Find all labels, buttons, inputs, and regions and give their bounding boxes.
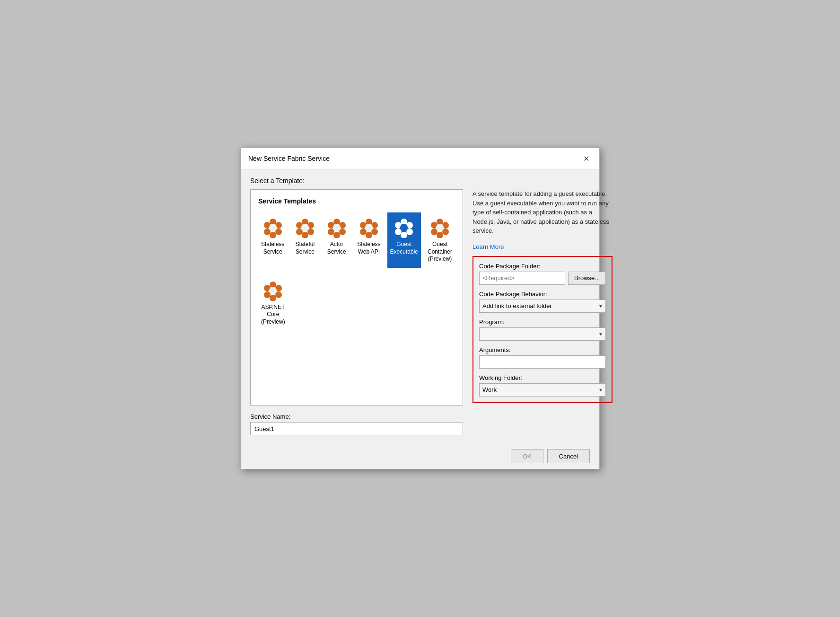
- footer: OK Cancel: [241, 443, 599, 469]
- learn-more-link[interactable]: Learn More: [472, 243, 612, 250]
- svg-point-48: [269, 287, 277, 294]
- program-field: Program:: [479, 318, 606, 341]
- left-panel: Service Templates: [250, 189, 463, 435]
- arguments-field: Arguments:: [479, 346, 606, 369]
- stateful-icon: [295, 217, 315, 238]
- working-folder-label: Working Folder:: [479, 374, 606, 381]
- stateless-icon: [262, 217, 283, 238]
- svg-point-10: [302, 232, 308, 238]
- svg-point-41: [436, 224, 444, 231]
- template-box: Service Templates: [250, 189, 463, 405]
- actor-icon: [326, 217, 347, 238]
- svg-point-27: [365, 224, 373, 231]
- title-bar: New Service Fabric Service ✕: [241, 148, 599, 169]
- service-name-input[interactable]: [250, 422, 463, 435]
- code-package-behavior-label: Code Package Behavior:: [479, 291, 606, 298]
- code-package-folder-input[interactable]: [479, 272, 565, 285]
- program-wrapper: [479, 327, 606, 341]
- svg-point-17: [333, 232, 340, 238]
- code-package-folder-label: Code Package Folder:: [479, 263, 606, 270]
- svg-point-25: [360, 229, 367, 235]
- dialog-title: New Service Fabric Service: [248, 155, 330, 162]
- aspnet-icon: [262, 280, 283, 301]
- cancel-button[interactable]: Cancel: [547, 449, 590, 463]
- service-templates-title: Service Templates: [258, 197, 455, 205]
- svg-point-20: [333, 224, 341, 231]
- template-grid-row1: StatelessService: [258, 212, 455, 268]
- template-item-aspnet[interactable]: ASP.NETCore(Preview): [258, 275, 288, 331]
- browse-button[interactable]: Browse...: [568, 272, 606, 285]
- select-template-label: Select a Template:: [250, 177, 590, 185]
- stateful-label: StatefulService: [295, 241, 315, 256]
- template-item-stateful[interactable]: StatefulService: [291, 212, 319, 268]
- svg-point-44: [275, 291, 282, 298]
- working-folder-select[interactable]: Work CodePackage CodeBase: [479, 383, 606, 397]
- svg-point-30: [406, 229, 413, 235]
- service-name-section: Service Name:: [250, 413, 463, 435]
- form-section: Code Package Folder: Browse... Code Pack…: [472, 256, 612, 403]
- guest-exec-icon: [394, 217, 414, 238]
- svg-point-45: [270, 295, 276, 301]
- svg-point-4: [264, 229, 271, 235]
- working-folder-wrapper: Work CodePackage CodeBase: [479, 383, 606, 397]
- stateless-label: StatelessService: [261, 241, 284, 256]
- svg-point-9: [307, 229, 314, 235]
- template-item-guest-exec[interactable]: GuestExecutable: [387, 212, 421, 268]
- svg-point-31: [401, 232, 407, 238]
- svg-point-24: [366, 232, 372, 238]
- working-folder-field: Working Folder: Work CodePackage CodeBas…: [479, 374, 606, 397]
- aspnet-label: ASP.NETCore(Preview): [261, 304, 285, 326]
- code-package-folder-field: Code Package Folder: Browse...: [479, 263, 606, 285]
- svg-point-37: [442, 229, 449, 235]
- template-item-guest-container[interactable]: GuestContainer(Preview): [425, 212, 455, 268]
- arguments-label: Arguments:: [479, 346, 606, 353]
- svg-point-6: [269, 224, 277, 231]
- svg-point-16: [339, 229, 346, 235]
- svg-point-2: [275, 229, 282, 235]
- arguments-input[interactable]: [479, 355, 606, 369]
- description-text: A service template for adding a guest ex…: [472, 189, 612, 236]
- svg-point-13: [301, 224, 309, 231]
- svg-point-34: [400, 224, 408, 231]
- code-package-behavior-wrapper: Add link to external folder Copy to outp…: [479, 300, 606, 313]
- stateless-web-label: StatelessWeb API: [357, 241, 380, 256]
- svg-point-46: [264, 291, 271, 298]
- code-package-folder-row: Browse...: [479, 272, 606, 285]
- svg-point-3: [270, 232, 276, 238]
- svg-point-18: [328, 229, 334, 235]
- template-item-stateless[interactable]: StatelessService: [258, 212, 287, 268]
- code-package-behavior-select[interactable]: Add link to external folder Copy to outp…: [479, 300, 606, 313]
- stateless-web-icon: [359, 217, 379, 238]
- guest-container-icon: [429, 217, 450, 238]
- dialog: New Service Fabric Service ✕ Select a Te…: [240, 148, 600, 469]
- main-content: Service Templates: [250, 189, 590, 435]
- dialog-body: Select a Template: Service Templates: [241, 169, 599, 443]
- guest-exec-label: GuestExecutable: [390, 241, 418, 256]
- actor-label: Actor Service: [325, 241, 348, 256]
- program-label: Program:: [479, 318, 606, 326]
- svg-point-11: [296, 229, 303, 235]
- svg-point-39: [431, 229, 438, 235]
- svg-point-23: [371, 229, 378, 235]
- template-item-actor[interactable]: Actor Service: [323, 212, 350, 268]
- ok-button[interactable]: OK: [511, 449, 543, 463]
- svg-point-38: [437, 232, 443, 238]
- guest-container-label: GuestContainer(Preview): [428, 241, 452, 263]
- template-item-stateless-web[interactable]: StatelessWeb API: [354, 212, 383, 268]
- program-select[interactable]: [479, 327, 606, 341]
- template-grid-row2: ASP.NETCore(Preview): [258, 275, 455, 331]
- close-button[interactable]: ✕: [580, 153, 592, 164]
- code-package-behavior-field: Code Package Behavior: Add link to exter…: [479, 291, 606, 313]
- right-panel: A service template for adding a guest ex…: [472, 189, 612, 435]
- svg-point-32: [395, 229, 402, 235]
- service-name-label: Service Name:: [250, 413, 463, 420]
